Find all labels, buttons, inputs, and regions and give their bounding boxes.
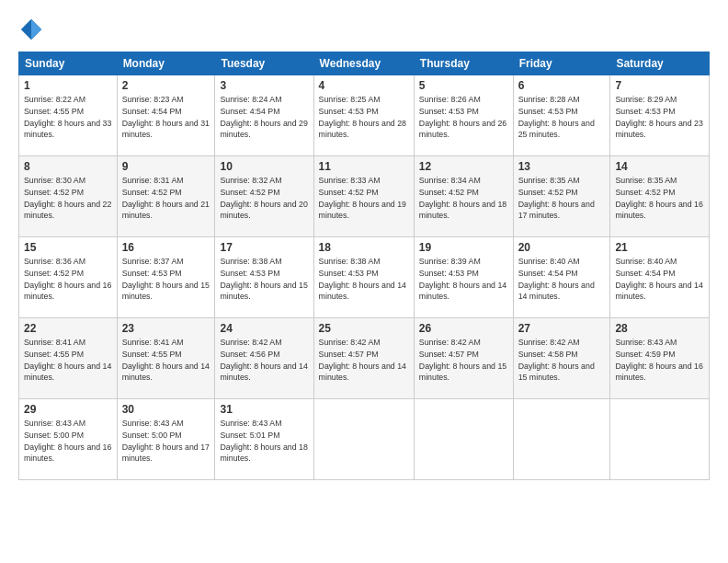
day-info: Sunrise: 8:33 AMSunset: 4:52 PMDaylight:…	[319, 175, 409, 222]
week-row-5: 29Sunrise: 8:43 AMSunset: 5:00 PMDayligh…	[19, 399, 710, 480]
calendar-cell: 26Sunrise: 8:42 AMSunset: 4:57 PMDayligh…	[414, 318, 513, 399]
day-info: Sunrise: 8:28 AMSunset: 4:53 PMDaylight:…	[518, 94, 606, 141]
day-info: Sunrise: 8:40 AMSunset: 4:54 PMDaylight:…	[615, 256, 704, 303]
calendar-cell: 3Sunrise: 8:24 AMSunset: 4:54 PMDaylight…	[215, 75, 313, 156]
calendar-cell: 22Sunrise: 8:41 AMSunset: 4:55 PMDayligh…	[19, 318, 118, 399]
day-number: 25	[319, 322, 409, 335]
day-number: 18	[319, 241, 409, 254]
weekday-header-row: SundayMondayTuesdayWednesdayThursdayFrid…	[19, 52, 710, 75]
calendar-cell: 11Sunrise: 8:33 AMSunset: 4:52 PMDayligh…	[313, 156, 414, 237]
day-info: Sunrise: 8:37 AMSunset: 4:53 PMDaylight:…	[122, 256, 210, 303]
day-info: Sunrise: 8:24 AMSunset: 4:54 PMDaylight:…	[220, 94, 308, 141]
day-info: Sunrise: 8:38 AMSunset: 4:53 PMDaylight:…	[319, 256, 409, 303]
header	[18, 17, 710, 42]
day-number: 23	[122, 322, 210, 335]
calendar-cell: 25Sunrise: 8:42 AMSunset: 4:57 PMDayligh…	[313, 318, 414, 399]
day-number: 13	[518, 160, 606, 173]
day-number: 31	[220, 403, 308, 416]
day-info: Sunrise: 8:43 AMSunset: 5:00 PMDaylight:…	[122, 418, 210, 465]
day-number: 15	[24, 241, 112, 254]
day-info: Sunrise: 8:42 AMSunset: 4:57 PMDaylight:…	[319, 337, 409, 384]
weekday-header-monday: Monday	[117, 52, 215, 75]
week-row-3: 15Sunrise: 8:36 AMSunset: 4:52 PMDayligh…	[19, 237, 710, 318]
weekday-header-friday: Friday	[513, 52, 610, 75]
week-row-2: 8Sunrise: 8:30 AMSunset: 4:52 PMDaylight…	[19, 156, 710, 237]
day-number: 8	[24, 160, 112, 173]
calendar-cell: 7Sunrise: 8:29 AMSunset: 4:53 PMDaylight…	[610, 75, 710, 156]
calendar-cell: 8Sunrise: 8:30 AMSunset: 4:52 PMDaylight…	[19, 156, 118, 237]
calendar-cell: 30Sunrise: 8:43 AMSunset: 5:00 PMDayligh…	[117, 399, 215, 480]
weekday-header-wednesday: Wednesday	[313, 52, 414, 75]
weekday-header-saturday: Saturday	[610, 52, 710, 75]
day-info: Sunrise: 8:32 AMSunset: 4:52 PMDaylight:…	[220, 175, 308, 222]
day-number: 22	[24, 322, 112, 335]
day-number: 26	[419, 322, 508, 335]
day-info: Sunrise: 8:34 AMSunset: 4:52 PMDaylight:…	[419, 175, 508, 222]
day-number: 19	[419, 241, 508, 254]
day-number: 30	[122, 403, 210, 416]
day-number: 12	[419, 160, 508, 173]
calendar-cell: 24Sunrise: 8:42 AMSunset: 4:56 PMDayligh…	[215, 318, 313, 399]
day-number: 6	[518, 79, 606, 92]
logo-icon	[18, 17, 44, 42]
calendar-cell: 10Sunrise: 8:32 AMSunset: 4:52 PMDayligh…	[215, 156, 313, 237]
week-row-4: 22Sunrise: 8:41 AMSunset: 4:55 PMDayligh…	[19, 318, 710, 399]
day-info: Sunrise: 8:40 AMSunset: 4:54 PMDaylight:…	[518, 256, 606, 303]
calendar-cell: 15Sunrise: 8:36 AMSunset: 4:52 PMDayligh…	[19, 237, 118, 318]
weekday-header-sunday: Sunday	[19, 52, 118, 75]
day-number: 24	[220, 322, 308, 335]
calendar-cell: 31Sunrise: 8:43 AMSunset: 5:01 PMDayligh…	[215, 399, 313, 480]
day-info: Sunrise: 8:31 AMSunset: 4:52 PMDaylight:…	[122, 175, 210, 222]
day-info: Sunrise: 8:43 AMSunset: 4:59 PMDaylight:…	[615, 337, 704, 384]
day-number: 29	[24, 403, 112, 416]
day-number: 4	[319, 79, 409, 92]
day-number: 16	[122, 241, 210, 254]
svg-marker-1	[31, 19, 41, 40]
calendar-cell: 12Sunrise: 8:34 AMSunset: 4:52 PMDayligh…	[414, 156, 513, 237]
calendar-cell: 5Sunrise: 8:26 AMSunset: 4:53 PMDaylight…	[414, 75, 513, 156]
calendar-cell	[414, 399, 513, 480]
calendar-cell: 23Sunrise: 8:41 AMSunset: 4:55 PMDayligh…	[117, 318, 215, 399]
day-info: Sunrise: 8:42 AMSunset: 4:57 PMDaylight:…	[419, 337, 508, 384]
calendar-cell: 9Sunrise: 8:31 AMSunset: 4:52 PMDaylight…	[117, 156, 215, 237]
calendar-cell: 13Sunrise: 8:35 AMSunset: 4:52 PMDayligh…	[513, 156, 610, 237]
day-info: Sunrise: 8:39 AMSunset: 4:53 PMDaylight:…	[419, 256, 508, 303]
day-info: Sunrise: 8:41 AMSunset: 4:55 PMDaylight:…	[122, 337, 210, 384]
day-number: 20	[518, 241, 606, 254]
calendar-cell: 28Sunrise: 8:43 AMSunset: 4:59 PMDayligh…	[610, 318, 710, 399]
calendar-cell	[313, 399, 414, 480]
calendar-cell	[610, 399, 710, 480]
calendar-cell: 1Sunrise: 8:22 AMSunset: 4:55 PMDaylight…	[19, 75, 118, 156]
calendar-cell	[513, 399, 610, 480]
day-number: 5	[419, 79, 508, 92]
calendar-cell: 21Sunrise: 8:40 AMSunset: 4:54 PMDayligh…	[610, 237, 710, 318]
day-number: 2	[122, 79, 210, 92]
calendar-cell: 14Sunrise: 8:35 AMSunset: 4:52 PMDayligh…	[610, 156, 710, 237]
weekday-header-tuesday: Tuesday	[215, 52, 313, 75]
day-number: 27	[518, 322, 606, 335]
day-info: Sunrise: 8:23 AMSunset: 4:54 PMDaylight:…	[122, 94, 210, 141]
day-number: 10	[220, 160, 308, 173]
day-number: 1	[24, 79, 112, 92]
day-info: Sunrise: 8:35 AMSunset: 4:52 PMDaylight:…	[615, 175, 704, 222]
day-number: 14	[615, 160, 704, 173]
calendar-cell: 17Sunrise: 8:38 AMSunset: 4:53 PMDayligh…	[215, 237, 313, 318]
day-number: 17	[220, 241, 308, 254]
day-info: Sunrise: 8:35 AMSunset: 4:52 PMDaylight:…	[518, 175, 606, 222]
day-number: 9	[122, 160, 210, 173]
calendar-cell: 18Sunrise: 8:38 AMSunset: 4:53 PMDayligh…	[313, 237, 414, 318]
day-info: Sunrise: 8:25 AMSunset: 4:53 PMDaylight:…	[319, 94, 409, 141]
logo	[18, 17, 46, 42]
day-number: 21	[615, 241, 704, 254]
calendar-cell: 16Sunrise: 8:37 AMSunset: 4:53 PMDayligh…	[117, 237, 215, 318]
weekday-header-thursday: Thursday	[414, 52, 513, 75]
day-info: Sunrise: 8:29 AMSunset: 4:53 PMDaylight:…	[615, 94, 704, 141]
page: SundayMondayTuesdayWednesdayThursdayFrid…	[0, 0, 728, 563]
calendar-cell: 20Sunrise: 8:40 AMSunset: 4:54 PMDayligh…	[513, 237, 610, 318]
week-row-1: 1Sunrise: 8:22 AMSunset: 4:55 PMDaylight…	[19, 75, 710, 156]
day-info: Sunrise: 8:42 AMSunset: 4:56 PMDaylight:…	[220, 337, 308, 384]
day-info: Sunrise: 8:38 AMSunset: 4:53 PMDaylight:…	[220, 256, 308, 303]
calendar-cell: 29Sunrise: 8:43 AMSunset: 5:00 PMDayligh…	[19, 399, 118, 480]
day-info: Sunrise: 8:42 AMSunset: 4:58 PMDaylight:…	[518, 337, 606, 384]
day-info: Sunrise: 8:36 AMSunset: 4:52 PMDaylight:…	[24, 256, 112, 303]
